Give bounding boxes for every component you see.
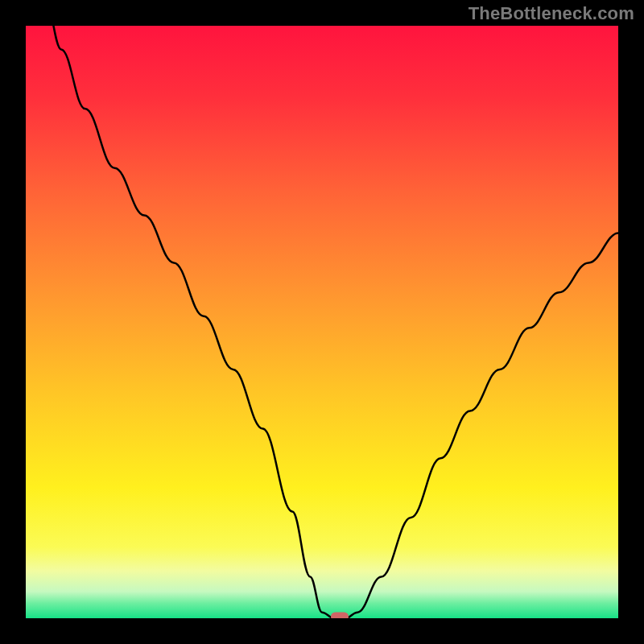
chart-container: TheBottleneck.com (0, 0, 644, 644)
watermark-text: TheBottleneck.com (469, 3, 634, 24)
minimum-marker (331, 613, 349, 619)
curve-layer (26, 26, 618, 618)
bottleneck-curve (26, 26, 618, 618)
plot-area (26, 26, 618, 618)
